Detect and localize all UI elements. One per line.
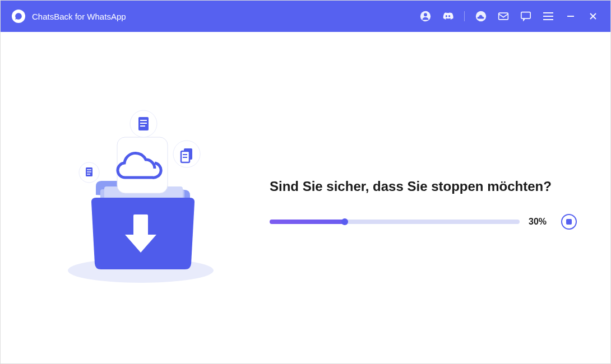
svg-rect-3 xyxy=(499,13,508,20)
app-window: ChatsBack for WhatsApp xyxy=(0,0,611,364)
minimize-icon[interactable] xyxy=(564,10,577,22)
titlebar-divider xyxy=(464,11,465,21)
progress-bar xyxy=(270,220,520,224)
account-icon[interactable] xyxy=(419,10,432,22)
right-panel: Sind Sie sicher, dass Sie stoppen möchte… xyxy=(247,166,577,230)
confirm-prompt: Sind Sie sicher, dass Sie stoppen möchte… xyxy=(270,177,577,197)
progress-row: 30% xyxy=(270,214,577,230)
close-icon[interactable] xyxy=(587,10,599,22)
titlebar-right xyxy=(419,10,599,22)
progress-percent: 30% xyxy=(529,217,552,227)
discord-icon[interactable] xyxy=(442,10,454,22)
feedback-icon[interactable] xyxy=(520,10,532,22)
progress-fill xyxy=(270,220,345,224)
cloud-icon[interactable] xyxy=(475,10,487,22)
progress-knob xyxy=(341,218,348,225)
titlebar-left: ChatsBack for WhatsApp xyxy=(12,10,126,23)
mail-icon[interactable] xyxy=(497,10,510,22)
svg-rect-14 xyxy=(133,214,148,236)
content-area: Sind Sie sicher, dass Sie stoppen möchte… xyxy=(1,32,610,363)
menu-icon[interactable] xyxy=(542,10,554,22)
download-illustration xyxy=(34,91,247,304)
stop-icon xyxy=(566,219,572,225)
app-title: ChatsBack for WhatsApp xyxy=(32,12,126,21)
stop-button[interactable] xyxy=(561,214,577,230)
titlebar: ChatsBack for WhatsApp xyxy=(1,1,610,32)
svg-rect-4 xyxy=(521,12,530,18)
app-logo xyxy=(12,10,25,23)
svg-point-1 xyxy=(424,13,427,16)
